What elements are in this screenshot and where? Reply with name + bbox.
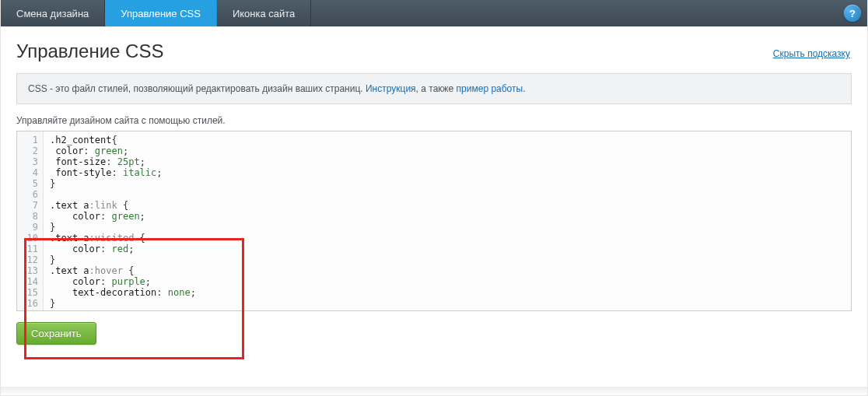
bottom-shadow (1, 387, 867, 396)
info-link-example[interactable]: пример работы (457, 83, 523, 94)
page-container: Смена дизайна Управление CSS Иконка сайт… (0, 0, 868, 396)
content-area: Управление CSS Скрыть подсказку CSS - эт… (1, 26, 867, 357)
code-lines[interactable]: .h2_content{ color: green; font-size: 25… (44, 131, 851, 310)
info-text-prefix: CSS - это файл стилей, позволяющий редак… (28, 83, 366, 94)
page-title: Управление CSS (16, 40, 852, 62)
hide-hint-link[interactable]: Скрыть подсказку (773, 48, 850, 59)
tab-site-icon[interactable]: Иконка сайта (217, 0, 311, 26)
top-navigation: Смена дизайна Управление CSS Иконка сайт… (1, 0, 867, 26)
tab-css-management[interactable]: Управление CSS (105, 0, 217, 26)
info-box: CSS - это файл стилей, позволяющий редак… (16, 73, 852, 104)
info-text-suffix: . (523, 83, 525, 94)
css-code-editor[interactable]: 12345678910111213141516 .h2_content{ col… (16, 131, 852, 311)
editor-subtitle: Управляйте дизайном сайта с помощью стил… (16, 115, 852, 126)
tab-design-change[interactable]: Смена дизайна (1, 0, 105, 26)
code-gutter: 12345678910111213141516 (17, 131, 44, 310)
info-link-instruction[interactable]: Инструкция (366, 83, 416, 94)
save-button[interactable]: Сохранить (16, 322, 96, 345)
info-text-mid: , а также (416, 83, 457, 94)
help-icon[interactable]: ? (844, 5, 861, 22)
